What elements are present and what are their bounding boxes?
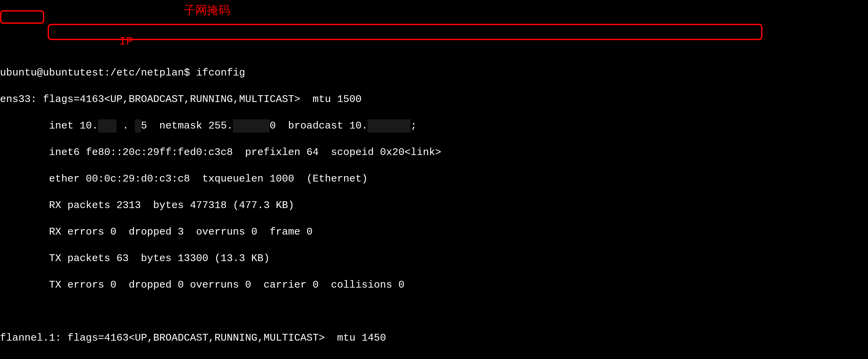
ens33-tx-packets: TX packets 63 bytes 13300 (13.3 KB) bbox=[0, 252, 868, 265]
inet-end: ; bbox=[411, 120, 417, 132]
prompt-cwd: /etc/netplan bbox=[110, 67, 184, 79]
prompt-symbol: $ bbox=[184, 67, 190, 79]
inet-mid: . bbox=[116, 120, 135, 132]
inet-prefix: inet 10. bbox=[0, 120, 98, 132]
interface-name-ens33: ens33: bbox=[0, 93, 37, 105]
annotation-label-netmask: 子网掩码 bbox=[184, 3, 230, 18]
prompt-command[interactable]: ifconfig bbox=[196, 67, 245, 79]
prompt-line: ubuntu@ubuntutest:/etc/netplan$ ifconfig bbox=[0, 66, 868, 80]
prompt-user: ubuntu bbox=[0, 67, 37, 79]
ens33-rx-packets: RX packets 2313 bytes 477318 (477.3 KB) bbox=[0, 199, 868, 212]
netmask-text: 5 netmask 255. bbox=[141, 120, 233, 132]
ens33-ether: ether 00:0c:29:d0:c3:c8 txqueuelen 1000 … bbox=[0, 172, 868, 186]
ens33-inet: inet 10.███ . █5 netmask 255. █0 broadca… bbox=[0, 119, 868, 133]
prompt-host: ubuntutest bbox=[43, 67, 104, 79]
ens33-tx-errors: TX errors 0 dropped 0 overruns 0 carrier… bbox=[0, 278, 868, 292]
annotation-label-ip: IP bbox=[119, 34, 133, 49]
ens33-rx-errors: RX errors 0 dropped 3 overruns 0 frame 0 bbox=[0, 225, 868, 239]
redacted-ip-octet: ███ bbox=[98, 119, 116, 133]
redacted-netmask: █ bbox=[233, 119, 270, 133]
ens33-header: ens33: flags=4163<UP,BROADCAST,RUNNING,M… bbox=[0, 93, 868, 106]
flannel-header: flannel.1: flags=4163<UP,BROADCAST,RUNNI… bbox=[0, 331, 868, 345]
redacted-broadcast: ███████ bbox=[368, 119, 411, 133]
blank-line bbox=[0, 305, 868, 318]
interface-name-flannel: flannel.1: bbox=[0, 332, 61, 344]
redacted-ip-octet: █ bbox=[135, 119, 141, 133]
annotation-box-interface bbox=[0, 10, 44, 24]
terminal-output: ubuntu@ubuntutest:/etc/netplan$ ifconfig… bbox=[0, 53, 868, 359]
ens33-inet6: inet6 fe80::20c:29ff:fed0:c3c8 prefixlen… bbox=[0, 146, 868, 159]
flannel-flags: flags=4163<UP,BROADCAST,RUNNING,MULTICAS… bbox=[61, 332, 386, 344]
broadcast-text: 0 broadcast 10. bbox=[270, 120, 368, 132]
annotation-box-inet-line bbox=[48, 24, 762, 40]
ens33-flags: flags=4163<UP,BROADCAST,RUNNING,MULTICAS… bbox=[37, 93, 361, 105]
